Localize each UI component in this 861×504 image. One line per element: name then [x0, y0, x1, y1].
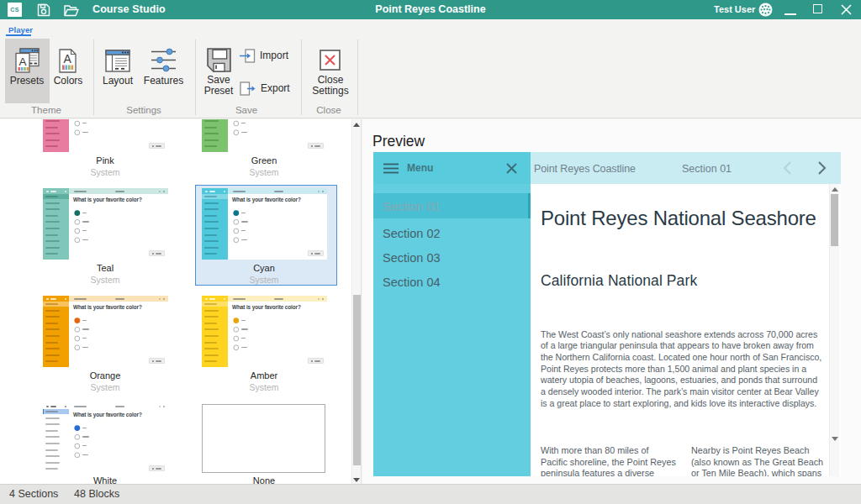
- svg-text:A: A: [64, 52, 72, 66]
- svg-text:A: A: [18, 55, 26, 68]
